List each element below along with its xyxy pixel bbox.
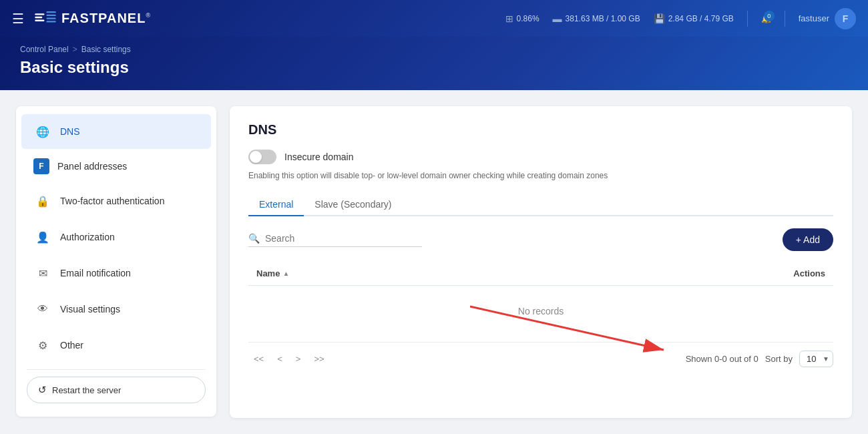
no-records-message: No records bbox=[248, 286, 833, 337]
page-title: Basic settings bbox=[20, 58, 848, 77]
search-add-row: 🔍 + Add bbox=[248, 228, 833, 251]
tab-external[interactable]: External bbox=[248, 194, 304, 216]
tab-slave[interactable]: Slave (Secondary) bbox=[304, 194, 402, 216]
cpu-stat: ⊞ 0.86% bbox=[505, 13, 539, 24]
topnav: ☰ FASTPANEL® ⊞ 0.86% ▬ 381.63 MB / 1.00 … bbox=[0, 0, 868, 37]
notifications[interactable]: 🔔 0 bbox=[761, 14, 771, 23]
search-icon: 🔍 bbox=[248, 233, 260, 244]
logo-text: FASTPANEL® bbox=[61, 11, 151, 26]
first-page-button[interactable]: << bbox=[248, 351, 269, 367]
header-banner: Control Panel > Basic settings Basic set… bbox=[0, 37, 868, 90]
restart-server-button[interactable]: ↺ Restart the server bbox=[27, 377, 206, 403]
insecure-domain-toggle-row: Insecure domain bbox=[248, 150, 833, 164]
sidebar-item-dns[interactable]: 🌐 DNS bbox=[21, 114, 211, 149]
col-actions-header: Actions bbox=[793, 268, 825, 278]
table-header: Name ▲ Actions bbox=[248, 262, 833, 286]
sidebar-item-email-label: Email notification bbox=[60, 268, 131, 278]
disk-stat: 💾 2.84 GB / 4.79 GB bbox=[654, 13, 734, 24]
user-info[interactable]: fastuser F bbox=[799, 8, 856, 29]
disk-icon: 💾 bbox=[654, 13, 665, 24]
ram-icon: ▬ bbox=[553, 13, 562, 24]
svg-rect-2 bbox=[35, 19, 44, 21]
sidebar-item-email-notification[interactable]: ✉ Email notification bbox=[21, 256, 211, 290]
email-icon: ✉ bbox=[33, 264, 52, 282]
restart-label: Restart the server bbox=[52, 385, 121, 395]
cpu-icon: ⊞ bbox=[505, 13, 513, 24]
system-stats: ⊞ 0.86% ▬ 381.63 MB / 1.00 GB 💾 2.84 GB … bbox=[505, 8, 856, 29]
breadcrumb-separator: > bbox=[73, 45, 77, 54]
sort-select[interactable]: 10 25 50 bbox=[799, 351, 833, 367]
gear-icon: ⚙ bbox=[33, 336, 52, 355]
sidebar-item-visual-settings[interactable]: 👁 Visual settings bbox=[21, 292, 211, 327]
breadcrumb-home[interactable]: Control Panel bbox=[20, 45, 69, 54]
sidebar-item-visual-label: Visual settings bbox=[60, 304, 120, 314]
notification-badge: 0 bbox=[764, 11, 775, 21]
restart-icon: ↺ bbox=[38, 384, 47, 396]
next-page-button[interactable]: > bbox=[290, 351, 306, 367]
pagination: << < > >> bbox=[248, 351, 330, 367]
toggle-knob bbox=[250, 151, 262, 163]
last-page-button[interactable]: >> bbox=[308, 351, 329, 367]
svg-rect-1 bbox=[35, 16, 42, 17]
breadcrumb-current: Basic settings bbox=[81, 45, 131, 54]
content-area: DNS Insecure domain Enabling this option… bbox=[230, 106, 852, 418]
globe-icon: 🌐 bbox=[33, 122, 52, 141]
col-name-header[interactable]: Name ▲ bbox=[256, 268, 289, 278]
sidebar-item-dns-label: DNS bbox=[60, 126, 80, 137]
logo: FASTPANEL® bbox=[35, 11, 151, 26]
lock-icon: 🔒 bbox=[33, 192, 52, 210]
search-input[interactable] bbox=[265, 233, 422, 244]
user-icon: 👤 bbox=[33, 228, 52, 246]
stat-divider bbox=[747, 11, 748, 27]
tabs: External Slave (Secondary) bbox=[248, 194, 833, 216]
sidebar-item-two-factor[interactable]: 🔒 Two-factor authentication bbox=[21, 184, 211, 218]
ram-stat: ▬ 381.63 MB / 1.00 GB bbox=[553, 13, 640, 24]
logo-icon bbox=[35, 11, 56, 26]
search-box[interactable]: 🔍 bbox=[248, 233, 422, 247]
add-button[interactable]: + Add bbox=[783, 228, 833, 251]
sidebar-item-other[interactable]: ⚙ Other bbox=[21, 328, 211, 363]
shown-count: Shown 0-0 out of 0 bbox=[686, 354, 758, 364]
sidebar-item-twofactor-label: Two-factor authentication bbox=[60, 196, 164, 206]
content-title: DNS bbox=[248, 122, 833, 138]
sort-arrow-icon: ▲ bbox=[282, 270, 289, 277]
sidebar-item-panel-addresses[interactable]: F Panel addresses bbox=[21, 150, 211, 182]
table-footer: << < > >> Shown 0-0 out of 0 Sort by 10 … bbox=[248, 342, 833, 375]
main-content: 🌐 DNS F Panel addresses 🔒 Two-factor aut… bbox=[0, 90, 868, 434]
hamburger-icon[interactable]: ☰ bbox=[12, 11, 24, 27]
sidebar-item-panel-label: Panel addresses bbox=[57, 161, 127, 172]
toggle-label: Insecure domain bbox=[284, 152, 354, 162]
svg-rect-3 bbox=[47, 11, 56, 13]
breadcrumb: Control Panel > Basic settings bbox=[20, 45, 848, 54]
sidebar-item-authorization[interactable]: 👤 Authorization bbox=[21, 220, 211, 254]
sort-by-label: Sort by bbox=[765, 354, 793, 364]
eye-icon: 👁 bbox=[33, 300, 52, 318]
svg-rect-6 bbox=[47, 21, 56, 22]
sidebar: 🌐 DNS F Panel addresses 🔒 Two-factor aut… bbox=[16, 106, 216, 417]
svg-rect-4 bbox=[47, 14, 56, 15]
toggle-description: Enabling this option will disable top- o… bbox=[248, 170, 833, 182]
prev-page-button[interactable]: < bbox=[272, 351, 288, 367]
panel-icon: F bbox=[33, 158, 49, 174]
footer-right: Shown 0-0 out of 0 Sort by 10 25 50 ▼ bbox=[686, 351, 833, 367]
sidebar-item-auth-label: Authorization bbox=[60, 232, 115, 242]
avatar[interactable]: F bbox=[835, 8, 856, 29]
sidebar-divider bbox=[27, 369, 206, 370]
user-divider bbox=[785, 11, 785, 27]
svg-rect-5 bbox=[47, 17, 56, 19]
svg-rect-0 bbox=[35, 13, 44, 15]
insecure-domain-toggle[interactable] bbox=[248, 150, 276, 164]
sort-select-wrapper[interactable]: 10 25 50 ▼ bbox=[799, 351, 833, 367]
sidebar-item-other-label: Other bbox=[60, 340, 83, 351]
